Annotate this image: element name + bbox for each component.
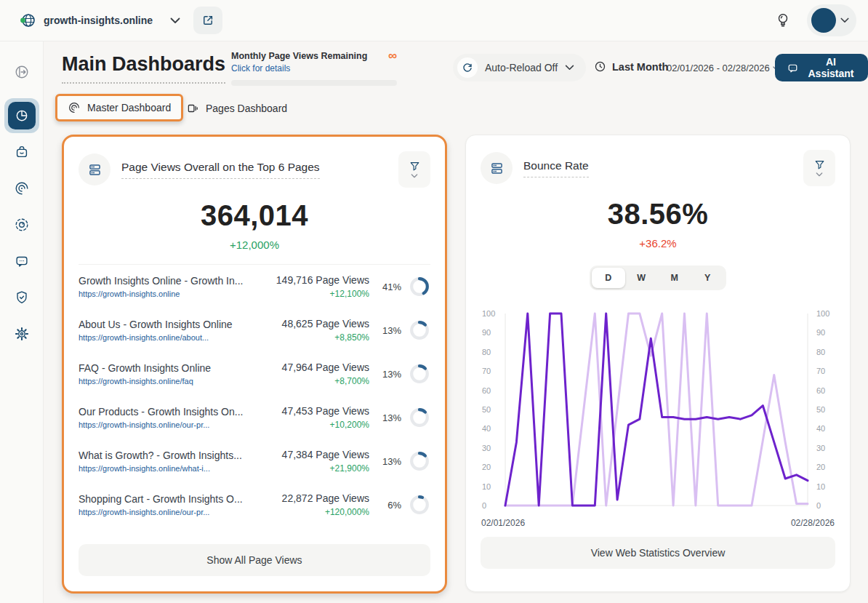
filter-button[interactable] — [803, 150, 835, 186]
sidebar-item-collapse[interactable] — [4, 55, 39, 89]
page-views-quota: Monthly Page Views Remaining ∞ Click for… — [231, 51, 397, 86]
open-website-button[interactable] — [193, 7, 222, 34]
svg-text:0: 0 — [816, 501, 821, 510]
svg-text:30: 30 — [482, 444, 491, 452]
sidebar-item-privacy[interactable] — [4, 280, 39, 315]
svg-text:70: 70 — [816, 367, 825, 375]
page-share-label: 13% — [382, 412, 401, 423]
external-link-icon — [201, 14, 214, 27]
svg-text:80: 80 — [482, 348, 491, 356]
page-views-change: +12,100% — [259, 289, 369, 299]
page-title-text: About Us - Growth Insights Online — [79, 319, 253, 330]
interval-day[interactable]: D — [592, 268, 625, 288]
interval-month[interactable]: M — [658, 268, 691, 288]
interval-week[interactable]: W — [625, 268, 659, 288]
tab-pages-dashboard[interactable]: Pages Dashboard — [186, 98, 287, 119]
page-views-value: 47,384 Page Views — [259, 449, 369, 460]
svg-text:20: 20 — [816, 463, 825, 471]
chevron-down-icon — [411, 174, 418, 178]
ai-assistant-label: AI Assistant — [805, 56, 856, 79]
view-web-statistics-button[interactable]: View Web Statistics Overview — [481, 537, 835, 569]
svg-text:90: 90 — [816, 328, 825, 337]
page-title-text: FAQ - Growth Insights Online — [79, 362, 253, 374]
infinity-value: ∞ — [388, 51, 397, 61]
server-stack-icon — [79, 153, 110, 185]
pages-icon — [186, 102, 199, 115]
interval-year[interactable]: Y — [691, 268, 725, 288]
page-views-stats: 47,453 Page Views +10,200% — [259, 405, 369, 430]
donut-chart — [409, 450, 430, 472]
page-share-label: 13% — [382, 325, 401, 336]
date-range-picker[interactable]: 02/01/2026 - 02/28/2026 — [667, 63, 779, 73]
page-views-row[interactable]: FAQ - Growth Insights Online https://gro… — [79, 352, 430, 396]
page-url-link[interactable]: https://growth-insights.online/faq — [79, 377, 253, 386]
tab-label: Pages Dashboard — [206, 103, 287, 114]
sidebar-item-dashboards[interactable] — [4, 98, 39, 133]
avatar — [811, 8, 836, 33]
ai-assistant-button[interactable]: AI Assistant — [775, 54, 868, 81]
sidebar-item-modules[interactable] — [4, 135, 39, 169]
page-info: Our Products - Growth Insights On... htt… — [79, 406, 259, 429]
page-views-change: +10,200% — [259, 420, 369, 430]
page-url-link[interactable]: https://growth-insights.online/our-pr... — [79, 420, 253, 429]
svg-text:10: 10 — [482, 482, 491, 491]
chat-bubble-icon — [14, 253, 30, 269]
card-title[interactable]: Page Views Overall on the Top 6 Pages — [121, 161, 320, 179]
quota-progress-bar — [231, 80, 397, 86]
page-views-stats: 22,872 Page Views +120,000% — [259, 492, 369, 517]
page-views-row[interactable]: Shopping Cart - Growth Insights O... htt… — [79, 483, 430, 527]
donut-chart — [409, 319, 430, 341]
sidebar-item-feedback[interactable] — [4, 244, 39, 279]
bounce-rate-value: 38.56% — [481, 198, 835, 231]
donut-chart — [409, 276, 430, 297]
page-views-change: +21,900% — [259, 463, 369, 474]
page-views-row[interactable]: What is Growth? - Growth Insights... htt… — [79, 439, 430, 483]
sidebar-item-behaviour[interactable] — [4, 171, 39, 206]
tab-master-dashboard[interactable]: Master Dashboard — [55, 94, 183, 121]
page-views-row[interactable]: Our Products - Growth Insights On... htt… — [79, 396, 430, 439]
page-views-list: Growth Insights Online - Growth In... ht… — [79, 265, 430, 527]
show-all-page-views-button[interactable]: Show All Page Views — [79, 544, 430, 576]
page-title-text: Shopping Cart - Growth Insights O... — [79, 493, 253, 505]
page-views-stats: 47,964 Page Views +8,700% — [259, 362, 369, 386]
page-share-label: 6% — [387, 500, 401, 511]
clock-icon — [594, 60, 606, 73]
chevron-down-icon — [565, 65, 574, 71]
quota-details-link[interactable]: Click for details — [231, 63, 290, 73]
chat-icon — [787, 62, 799, 74]
sidebar-item-recordings[interactable] — [4, 207, 39, 242]
svg-text:30: 30 — [816, 444, 825, 452]
page-views-stats: 47,384 Page Views +21,900% — [259, 449, 369, 474]
topbar: growth-insights.online — [0, 0, 868, 41]
page-url-link[interactable]: https://growth-insights.online/about... — [79, 333, 253, 342]
page-views-row[interactable]: Growth Insights Online - Growth In... ht… — [79, 265, 430, 308]
page-url-link[interactable]: https://growth-insights.online — [79, 289, 253, 298]
page-url-link[interactable]: https://growth-insights.online/what-i... — [79, 464, 253, 473]
period-selector[interactable]: Last Month — [594, 60, 668, 73]
svg-text:40: 40 — [816, 424, 825, 433]
tab-label: Master Dashboard — [87, 102, 171, 113]
sidebar-item-settings[interactable] — [4, 316, 39, 351]
card-title[interactable]: Bounce Rate — [523, 159, 589, 177]
page-title-text: What is Growth? - Growth Insights... — [79, 450, 253, 461]
shield-check-icon — [14, 289, 30, 306]
page-url-link[interactable]: https://growth-insights.online/our-pr... — [79, 508, 253, 516]
interval-toggle: D W M Y — [590, 265, 726, 290]
svg-text:60: 60 — [482, 386, 491, 395]
page-title-text: Growth Insights Online - Growth In... — [79, 275, 253, 287]
globe-icon — [19, 12, 36, 29]
website-selector[interactable]: growth-insights.online — [19, 12, 180, 29]
total-change: +12,000% — [79, 239, 430, 251]
svg-text:50: 50 — [482, 405, 491, 414]
lightbulb-icon[interactable] — [775, 12, 791, 29]
filter-button[interactable] — [398, 151, 430, 188]
page-info: Growth Insights Online - Growth In... ht… — [79, 275, 259, 298]
account-menu[interactable] — [807, 4, 856, 36]
line-chart: 0010102020303040405050606070708080909010… — [481, 306, 835, 516]
auto-reload-dropdown[interactable]: Auto-Reload Off — [453, 54, 586, 81]
bounce-rate-chart: 0010102020303040405050606070708080909010… — [481, 306, 835, 528]
donut-chart — [409, 494, 430, 516]
server-stack-icon — [481, 152, 513, 184]
page-views-card: Page Views Overall on the Top 6 Pages 36… — [62, 135, 447, 594]
page-views-row[interactable]: About Us - Growth Insights Online https:… — [79, 308, 430, 352]
